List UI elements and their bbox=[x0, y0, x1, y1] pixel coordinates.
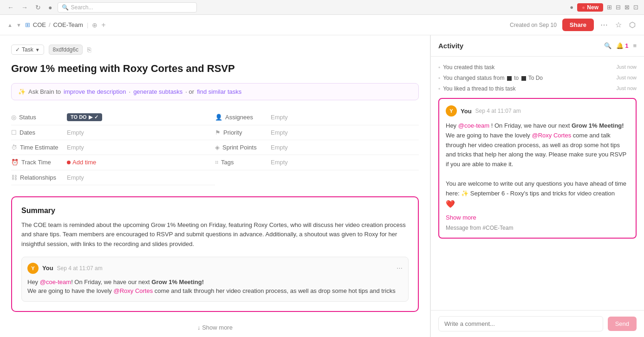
activity-msg-mention2: @Roxy Cortes bbox=[532, 132, 572, 139]
activity-highlighted-message: Y You Sep 4 at 11:07 am Hey @coe-team ! … bbox=[438, 98, 637, 239]
task-type-badge[interactable]: ✓ Task ▼ bbox=[11, 45, 44, 55]
forward-button[interactable]: → bbox=[20, 3, 30, 12]
task-type-chevron: ▼ bbox=[35, 47, 40, 52]
summary-msg-text3: We are going to have the lovely bbox=[27, 287, 112, 294]
activity-msg-avatar: Y bbox=[446, 105, 457, 117]
status-label: Status bbox=[19, 114, 36, 121]
breadcrumb-parent[interactable]: COE bbox=[33, 21, 46, 28]
sprint-points-icon: ◈ bbox=[215, 144, 220, 151]
expand-button[interactable]: ⬡ bbox=[628, 19, 637, 30]
created-text: Created on Sep 10 bbox=[510, 22, 557, 28]
activity-filter-icon[interactable]: ≡ bbox=[633, 42, 637, 49]
copy-icon[interactable]: ⎘ bbox=[87, 46, 91, 53]
browser-search-bar[interactable]: 🔍 Search... bbox=[58, 2, 197, 13]
time-estimate-label: Time Estimate bbox=[20, 144, 59, 151]
add-time-button[interactable]: Add time bbox=[67, 159, 96, 166]
chevron-up-icon[interactable]: ▲ bbox=[7, 22, 13, 28]
brain-link-similar[interactable]: find similar tasks bbox=[197, 88, 241, 95]
summary-msg-mention1: @coe-team bbox=[40, 279, 71, 285]
tags-value: Empty bbox=[271, 159, 288, 166]
assignees-value: Empty bbox=[271, 114, 288, 121]
activity-dot-1: • bbox=[438, 65, 440, 71]
summary-msg-text2: ! On Friday, we have our next bbox=[71, 279, 150, 285]
activity-msg-part1: ! On Friday, we have our next bbox=[491, 122, 570, 129]
assignees-icon: 👤 bbox=[215, 114, 222, 121]
track-time-label: Track Time bbox=[21, 159, 51, 166]
brain-suggestion-bar: ✨ Ask Brain to improve the description ·… bbox=[11, 83, 419, 100]
summary-msg-bold1: Grow 1% Meeting! bbox=[151, 279, 204, 285]
share-button[interactable]: Share bbox=[562, 19, 594, 31]
summary-msg-body: Hey @coe-team! On Friday, we have our ne… bbox=[27, 278, 403, 296]
activity-item-3: • You liked a thread to this task Just n… bbox=[438, 84, 637, 94]
summary-msg-avatar: Y bbox=[27, 263, 39, 274]
brain-sep2: · or bbox=[185, 88, 194, 95]
brain-icon: ✨ bbox=[18, 88, 26, 95]
activity-search-icon[interactable]: 🔍 bbox=[604, 42, 611, 49]
activity-msg-time: Sep 4 at 11:07 am bbox=[475, 108, 521, 114]
bell-icon: 🔔 bbox=[616, 42, 624, 49]
browser-bar: ← → ↻ ● 🔍 Search... ● ● New ⊞ ⊟ ⊠ ⊡ bbox=[0, 0, 644, 15]
chevron-down-icon[interactable]: ▼ bbox=[16, 22, 21, 28]
activity-msg-header: Y You Sep 4 at 11:07 am bbox=[446, 105, 629, 117]
summary-msg-text1: Hey bbox=[27, 279, 40, 285]
new-button[interactable]: ● New bbox=[577, 3, 603, 12]
relationships-label: Relationships bbox=[20, 174, 56, 181]
breadcrumb: ⊞ COE / COE-Team bbox=[25, 21, 83, 28]
brain-link-description[interactable]: improve the description bbox=[64, 88, 126, 95]
browser-icon-2: ⊞ bbox=[607, 4, 612, 11]
summary-msg-header: Y You Sep 4 at 11:07 am ⋯ bbox=[27, 263, 403, 274]
browser-icon-5: ⊡ bbox=[633, 4, 638, 11]
activity-msg-author: You bbox=[461, 108, 472, 115]
comment-input[interactable] bbox=[438, 316, 603, 331]
share-link-icon[interactable]: ⊕ bbox=[92, 21, 98, 29]
status-badge[interactable]: TO DO ▶ ✓ bbox=[67, 113, 102, 121]
brain-prompt-text: Ask Brain to bbox=[28, 88, 61, 95]
activity-msg-greeting: Hey bbox=[446, 122, 456, 129]
send-button[interactable]: Send bbox=[608, 317, 637, 331]
task-id: 8xdfddg6c bbox=[49, 45, 83, 55]
relationships-value: Empty bbox=[67, 174, 84, 181]
summary-msg-text4: come and talk through her video creation… bbox=[155, 287, 396, 294]
activity-text-1: You created this task bbox=[443, 64, 613, 71]
breadcrumb-child[interactable]: COE-Team bbox=[53, 21, 83, 28]
main-layout: ✓ Task ▼ 8xdfddg6c ⎘ Grow 1% meeting wit… bbox=[0, 35, 644, 337]
time-estimate-icon: ⏱ bbox=[11, 144, 17, 151]
field-status: ◎ Status TO DO ▶ ✓ bbox=[11, 110, 215, 125]
status-value: TO DO bbox=[71, 114, 87, 120]
notification-badge[interactable]: 🔔 1 bbox=[616, 42, 628, 49]
priority-label: Priority bbox=[223, 129, 242, 136]
field-tags: ⌗ Tags Empty bbox=[215, 155, 419, 170]
home-button[interactable]: ● bbox=[46, 3, 54, 12]
right-panel: Activity 🔍 🔔 1 ≡ • You created this task… bbox=[430, 35, 644, 337]
activity-icons: 🔍 🔔 1 ≡ bbox=[604, 42, 637, 49]
show-more-label: ↓ Show more bbox=[197, 324, 233, 331]
more-options-button[interactable]: ⋯ bbox=[599, 19, 609, 30]
show-more-link[interactable]: Show more bbox=[446, 214, 629, 221]
assignees-label: Assignees bbox=[225, 114, 253, 121]
activity-item-2: • You changed status from to To Do Just … bbox=[438, 73, 637, 84]
browser-search-text: Search... bbox=[71, 4, 93, 11]
priority-icon: ⚑ bbox=[215, 129, 221, 136]
task-type-bar: ✓ Task ▼ 8xdfddg6c ⎘ bbox=[11, 45, 419, 55]
header-actions: Created on Sep 10 Share ⋯ ☆ ⬡ bbox=[510, 19, 637, 31]
brain-link-subtasks[interactable]: generate subtasks bbox=[133, 88, 182, 95]
status-to-block bbox=[521, 76, 526, 81]
add-breadcrumb-button[interactable]: + bbox=[101, 21, 105, 29]
show-more-button[interactable]: ↓ Show more bbox=[11, 319, 419, 336]
task-title: Grow 1% meeting with Roxy Cortes and RSV… bbox=[11, 62, 419, 76]
refresh-button[interactable]: ↻ bbox=[33, 3, 43, 12]
star-button[interactable]: ☆ bbox=[614, 19, 623, 30]
status-icon: ◎ bbox=[11, 114, 16, 121]
back-button[interactable]: ← bbox=[6, 3, 16, 12]
summary-msg-author: You bbox=[42, 265, 53, 272]
activity-msg-emoji: ❤️ bbox=[446, 200, 455, 208]
summary-msg-menu[interactable]: ⋯ bbox=[397, 265, 403, 272]
summary-msg-time: Sep 4 at 11:07 am bbox=[57, 265, 103, 272]
field-sprint-points: ◈ Sprint Points Empty bbox=[215, 140, 419, 155]
activity-header: Activity 🔍 🔔 1 ≡ bbox=[431, 35, 644, 57]
sprint-points-value: Empty bbox=[271, 144, 288, 151]
search-icon: 🔍 bbox=[62, 4, 69, 11]
field-time-estimate: ⏱ Time Estimate Empty bbox=[11, 140, 215, 155]
task-icon: ✓ bbox=[15, 46, 20, 53]
fields-grid: ◎ Status TO DO ▶ ✓ 👤 Assignees Empty bbox=[11, 110, 419, 185]
